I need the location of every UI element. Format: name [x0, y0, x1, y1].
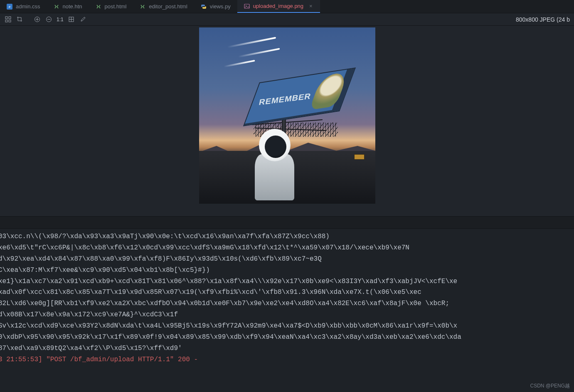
grid-icon[interactable]	[68, 16, 75, 23]
image-file-icon	[244, 3, 250, 9]
terminal-line: d\x92\xea\xd4\x84\x87\x88\xa0\x99\xfa\xf…	[0, 254, 574, 265]
terminal-line: d\x08B\x17\x8e\x9a\x172\xc9\xe7A&}^\xcdC…	[0, 309, 574, 321]
terminal-line: xe1}\x1a\xc7\xa2\x91\xcd\xb9+\xcd\x81T\x…	[0, 276, 574, 287]
terminal-line: xe6\xd5\t"rC\xc6P&|\x8c\xb8\xf6\x12\x0cd…	[0, 242, 574, 254]
svg-rect-7	[9, 20, 11, 22]
zoom-in-icon[interactable]	[33, 16, 41, 23]
image-toolbar: 1:1 800x800 JPEG (24 b	[0, 13, 574, 26]
tab-editor-post-html[interactable]: editor_post.html	[133, 0, 194, 13]
python-file-icon	[201, 4, 207, 10]
tab-admin-css[interactable]: # admin.css	[0, 0, 47, 13]
tab-label: editor_post.html	[149, 3, 187, 10]
svg-rect-5	[9, 17, 11, 19]
watermark: CSDN @PENG越	[530, 382, 570, 390]
terminal-status-line: 3 21:55:53] "POST /bf_admin/upload HTTP/…	[0, 354, 574, 365]
svg-text:#: #	[9, 5, 11, 9]
terminal-line: 87\xed\xa9\x89tQ2\xa4\xf2\\P\xd5\x15?\xf…	[0, 343, 574, 354]
html-file-icon	[96, 4, 101, 10]
html-file-icon	[140, 4, 145, 10]
html-file-icon	[54, 4, 59, 10]
terminal-line: Sv\x12c\xcd\xd9\xce\x93Y2\x8dN\xda\t\xa4…	[0, 321, 574, 332]
terminal-line: 0\xdbP\x95\x90\x95\x92k\x17\x1f\x89\x0f!…	[0, 332, 574, 343]
tab-note-htn[interactable]: note.htn	[47, 0, 89, 13]
image-viewer[interactable]: REMEMBER	[0, 26, 574, 216]
close-icon[interactable]: ×	[309, 3, 313, 9]
terminal-output[interactable]: 03\xcc.n\\(\x98/?\xda\x93\xa3\x9aTj\x90\…	[0, 229, 574, 392]
select-all-icon[interactable]	[4, 16, 12, 23]
image-meta-label: 800x800 JPEG (24 b	[516, 16, 570, 23]
crop-icon[interactable]	[16, 16, 23, 23]
tab-post-html[interactable]: post.html	[89, 0, 133, 13]
svg-rect-4	[5, 17, 7, 19]
css-file-icon: #	[7, 4, 12, 10]
image-preview: REMEMBER	[199, 27, 375, 204]
tab-label: views.py	[210, 3, 231, 10]
panel-separator[interactable]	[0, 216, 574, 229]
zoom-ratio-label[interactable]: 1:1	[57, 17, 64, 22]
tab-uploaded-image[interactable]: uploaded_image.png ×	[237, 0, 320, 13]
terminal-line: xad\x0f\xcc\x81\x8c\x85\xa7T\x19\x9d\x85…	[0, 287, 574, 298]
tab-views-py[interactable]: views.py	[194, 0, 237, 13]
color-picker-icon[interactable]	[79, 16, 87, 23]
editor-tabbar: # admin.css note.htn post.html editor_po…	[0, 0, 574, 13]
terminal-line: 03\xcc.n\\(\x98/?\xda\x93\xa3\x9aTj\x90\…	[0, 231, 574, 242]
tab-label: note.htn	[63, 3, 82, 10]
tab-label: uploaded_image.png	[253, 3, 303, 9]
terminal-line: 82L\xd6\xe0g][RR\xb1\xf9\xe2\xa2X\xbc\xd…	[0, 298, 574, 309]
svg-rect-6	[5, 20, 7, 22]
zoom-out-icon[interactable]	[45, 16, 52, 23]
tab-label: post.html	[105, 3, 127, 10]
terminal-line: C\xea\x87:M\xf7\xee&\xc9\x90\xd5\x04\xb1…	[0, 265, 574, 276]
tab-label: admin.css	[16, 3, 40, 10]
